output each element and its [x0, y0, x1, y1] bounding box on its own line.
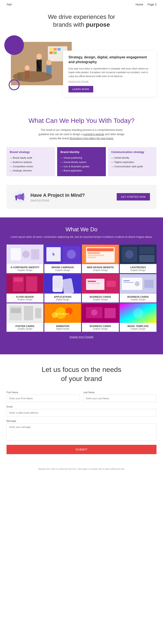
list-item: Competitive review [10, 164, 52, 169]
svg-rect-6 [57, 48, 61, 50]
svg-text:CUT OR GIM: CUT OR GIM [56, 313, 69, 315]
portfolio-title-6: BUSINESS CARDS [83, 295, 118, 298]
portfolio-img-1: b [44, 244, 81, 264]
list-item: Audience analysis [10, 160, 52, 164]
svg-point-76 [133, 308, 143, 318]
portfolio-item-5: APPLICATIONS Digital Design [44, 274, 81, 302]
help-card-communication: Communication strategy Verbal identity T… [108, 147, 156, 176]
svg-rect-59 [123, 282, 133, 283]
svg-rect-21 [16, 198, 17, 200]
portfolio-img-block-8 [7, 303, 44, 323]
circle-outline-decoration [9, 80, 20, 90]
portfolio-cat-8: Graphic Design [8, 328, 42, 330]
contact-form: First Name Last Name Email Message SUBMI… [7, 391, 156, 454]
list-item: Visual identity system [60, 160, 102, 164]
portfolio-img-5 [44, 274, 81, 294]
nav-page3[interactable]: Page 3 [147, 3, 156, 6]
project-banner: Have A Project In Mind? Image from Freep… [7, 185, 156, 209]
svg-rect-23 [11, 248, 21, 260]
svg-rect-5 [54, 48, 57, 50]
message-label: Message [7, 420, 156, 422]
hero-title: We drive experiences for brands with pur… [7, 13, 156, 29]
portfolio-img-10 [82, 303, 119, 323]
svg-rect-65 [11, 308, 21, 313]
email-input[interactable] [7, 409, 156, 416]
help-subtext: The result of our company branding proce… [36, 128, 127, 140]
firstname-input[interactable] [7, 395, 80, 402]
svg-rect-4 [50, 48, 53, 50]
help-card-brand-strategy: Brand strategy Brand equity audit Audien… [7, 147, 55, 176]
project-banner-left: Have A Project In Mind? Image from Freep… [13, 190, 85, 203]
svg-rect-57 [144, 280, 153, 288]
svg-point-18 [13, 71, 52, 82]
svg-point-9 [37, 54, 42, 60]
project-img-credit: Image from Freepik [31, 199, 85, 201]
navigation: logo Home Page 3 [0, 0, 163, 9]
lastname-input[interactable] [83, 395, 157, 402]
list-item: Brand equity audit [10, 156, 52, 160]
portfolio-item-3: LIGHTBOXES Graphic Design [120, 244, 157, 273]
hero-box-heading: Strategy, design, digital, employee enga… [68, 55, 151, 65]
portfolio-img-11 [120, 303, 157, 323]
form-group-firstname: First Name [7, 391, 80, 402]
svg-point-74 [91, 310, 97, 316]
form-group-email: Email [7, 405, 156, 416]
get-started-button[interactable]: GET STARTED NOW [117, 193, 150, 200]
what-we-do-section: What We Do Lorem ipsum dolor sit amet, c… [0, 218, 163, 354]
portfolio-title-10: BUSINESS CARDS [83, 324, 118, 328]
svg-rect-58 [123, 280, 129, 281]
list-item: Icon & illustration guides [60, 164, 102, 169]
help-heading: What Can We Help You With Today? [7, 116, 156, 125]
portfolio-title-9: ANIMATION [45, 324, 80, 328]
portfolio-cat-1: Graphic Design [45, 269, 80, 272]
portfolio-title-8: POSTER CARDS [8, 324, 42, 328]
portfolio-info-11: MUSIC TEMPLATE Graphic Design [120, 323, 157, 332]
svg-rect-45 [14, 278, 23, 282]
svg-point-41 [125, 250, 133, 258]
portfolio-img-4 [7, 274, 44, 294]
help-card-brand-identity: Brand Identity Visual positioning Visual… [57, 147, 106, 176]
help-card-list-1: Visual positioning Visual identity syste… [60, 156, 102, 173]
portfolio-cat-10: Graphic Design [83, 328, 118, 330]
firstname-label: First Name [7, 391, 80, 394]
submit-button[interactable]: SUBMIT [7, 445, 156, 454]
portfolio-item-2: WEB DESIGN WEBSITE Graphic Design [82, 244, 119, 273]
portfolio-item-10: BUSINESS CARDS Graphic Design [82, 303, 119, 332]
svg-rect-48 [53, 277, 62, 288]
portfolio-img-credit: Images from Freepik [7, 332, 156, 342]
svg-point-14 [25, 65, 30, 70]
help-section: What Can We Help You With Today? The res… [0, 106, 163, 185]
svg-point-30 [67, 250, 76, 259]
nav-home[interactable]: Home [136, 3, 143, 6]
list-item: Visual positioning [60, 156, 102, 160]
svg-rect-33 [87, 248, 114, 251]
portfolio-img-block-6 [82, 274, 119, 294]
portfolio-img-0 [7, 244, 44, 264]
svg-rect-34 [88, 252, 100, 254]
portfolio-item-4: FLYER DESIGN Graphic Design [7, 274, 44, 302]
portfolio-info-0: A CORPORATE IDENTITY Graphic Design [7, 264, 44, 273]
portfolio-info-10: BUSINESS CARDS Graphic Design [82, 323, 119, 332]
form-group-message: Message [7, 420, 156, 442]
portfolio-img-6 [82, 274, 119, 294]
message-input[interactable] [7, 423, 156, 441]
svg-rect-35 [88, 255, 104, 256]
portfolio-cat-9: Digital Design [45, 328, 80, 330]
portfolio-info-8: POSTER CARDS Graphic Design [7, 323, 44, 332]
purple-circle-decoration [4, 35, 24, 55]
svg-rect-73 [105, 308, 116, 318]
learn-more-button[interactable]: LEARN MORE [68, 86, 93, 92]
list-item: Verbal identity [111, 156, 153, 160]
portfolio-img-block-5 [44, 274, 81, 294]
what-we-do-subtext: Lorem ipsum dolor sit amet, consectetur … [7, 235, 156, 239]
svg-rect-44 [26, 276, 37, 292]
portfolio-cat-5: Digital Design [45, 298, 80, 301]
portfolio-title-5: APPLICATIONS [45, 295, 80, 298]
portfolio-info-9: ANIMATION Digital Design [44, 323, 81, 332]
help-card-list-0: Brand equity audit Audience analysis Com… [10, 156, 52, 173]
svg-rect-54 [88, 283, 100, 284]
help-card-title-1: Brand Identity [60, 150, 102, 154]
logo: logo [7, 2, 12, 6]
svg-rect-39 [139, 247, 154, 254]
svg-point-60 [134, 281, 139, 286]
